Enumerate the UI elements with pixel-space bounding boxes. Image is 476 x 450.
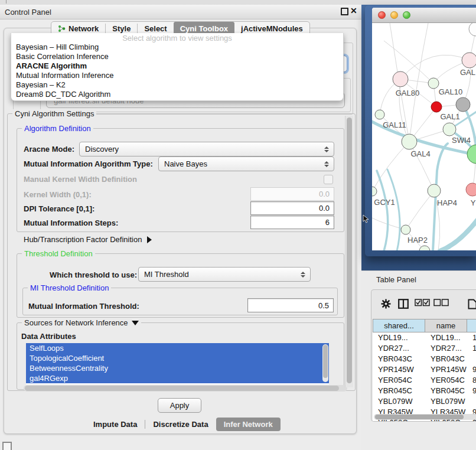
attribute-item-topologicalcoefficient[interactable]: TopologicalCoefficient [26,353,329,363]
settings-vscrollbar[interactable] [345,116,353,387]
close-traffic-light[interactable] [378,11,386,19]
close-icon[interactable]: ✕ [350,6,357,15]
table-panel-title: Table Panel [376,275,416,284]
network-node-gcy1[interactable] [372,187,377,196]
kernel-width-field[interactable]: 0.0 [250,187,334,201]
table-cell [467,396,476,407]
dpi-tolerance-field[interactable]: 0.0 [250,201,334,215]
mi-steps-field[interactable]: 6 [250,216,334,229]
unchecked-boxes-icon[interactable] [433,299,449,306]
table-cell: 13 [467,332,476,343]
aracne-mode-label: Aracne Mode: [24,145,74,154]
tab-label: Select [144,24,167,33]
list-scrollbar[interactable] [322,344,328,382]
table-header-shared[interactable]: shared... [373,319,425,332]
tab-remnant [6,0,6,4]
table-cell: YDL19... [373,332,425,343]
sources-legend-text: Sources for Network Inference [24,318,128,327]
table-cell: YBR043C [425,354,467,364]
sources-legend[interactable]: Sources for Network Inference [22,318,141,327]
which-threshold-combo[interactable]: MI Threshold [138,267,311,282]
stepper-icon [301,272,305,278]
data-attributes-list[interactable]: SelfLoopsTopologicalCoefficientBetweenne… [26,343,329,384]
popup-placeholder: Select algorithm to view settings [11,33,343,43]
network-edge [406,191,434,230]
manual-kernel-checkbox[interactable] [324,175,333,184]
mi-threshold-label: Mutual Information Threshold: [28,302,139,311]
table-cell: YBR045C [373,386,425,396]
mouse-cursor [363,214,369,224]
node-label-gal80: GAL80 [396,89,419,97]
attribute-item-betweennesscentrality[interactable]: BetweennessCentrality [26,363,329,373]
tab-label: Impute Data [93,420,137,429]
aracne-mode-value: Discovery [85,145,119,154]
tab-label: Discretize Data [153,420,208,429]
network-node-partial-top[interactable] [469,23,476,36]
settings-hscrollbar[interactable] [24,385,347,392]
network-node-gal80[interactable] [393,71,408,87]
network-node-gal11[interactable] [375,110,384,119]
aracne-mode-combo[interactable]: Discovery [79,142,334,156]
document-icon[interactable] [468,299,476,309]
network-window-titlebar[interactable] [372,8,476,23]
tab-infer-network[interactable]: Infer Network [216,418,281,431]
algorithm-option-bayesian-hill-climbing[interactable]: Bayesian – Hill Climbing [11,43,343,52]
network-node-red-node[interactable] [431,102,442,112]
mi-threshold-legend: MI Threshold Definition [28,283,111,292]
table-row[interactable]: YBL079WYBL079W [373,396,476,407]
stepper-icon [324,161,329,167]
table-header-a[interactable]: A... [467,319,476,332]
node-label-hap2: HAP2 [407,236,428,244]
tab-impute-data[interactable]: Impute Data [86,418,145,431]
table-cell: YBL079W [425,396,467,407]
attribute-item-selfloops[interactable]: SelfLoops [26,343,329,353]
algorithm-option-mutual-information-inference[interactable]: Mutual Information Inference [11,71,343,80]
table-hscrollbar[interactable] [374,414,476,420]
table-cell: 9. [467,386,476,396]
network-node-gal1[interactable] [443,123,456,136]
algorithm-option-dream8-dc-tdc-algorithm[interactable]: Dream8 DC_TDC Algorithm [11,90,343,99]
hub-definition-toggle[interactable]: Hub/Transcription Factor Definition [24,235,152,244]
algorithm-option-aracne-algorithm[interactable]: ARACNE Algorithm [11,61,343,71]
network-edge [384,41,433,83]
minimized-panel-icon[interactable] [2,442,12,450]
hub-definition-label: Hub/Transcription Factor Definition [24,235,142,244]
table-header-name[interactable]: name [425,319,467,332]
tab-discretize-data[interactable]: Discretize Data [145,418,216,431]
columns-icon[interactable] [398,299,409,309]
network-node-hap4[interactable] [428,184,441,197]
network-node-gal-partial[interactable] [462,53,476,68]
table-row[interactable]: YDR27...YDR27...12 [373,343,476,354]
table-row[interactable]: YBR043CYBR043C [373,354,476,364]
algorithm-option-bayesian-k2[interactable]: Bayesian – K2 [11,80,343,90]
algorithm-option-basic-correlation-inference[interactable]: Basic Correlation Inference [11,52,343,61]
tab-label: Style [112,24,131,33]
node-table[interactable]: shared...nameA... YDL19...YDL19...13YDR2… [373,319,476,421]
table-row[interactable]: YER054CYER054C8. [373,375,476,386]
minimize-traffic-light[interactable] [390,11,398,19]
network-node-top-green[interactable] [428,78,439,89]
table-row[interactable]: YPR145WYPR145W9. [373,364,476,375]
table-cell: YBR045C [425,386,467,396]
apply-button[interactable]: Apply [158,398,201,413]
table-cell: YER054C [373,375,425,386]
network-node-gal4[interactable] [402,134,417,149]
manual-kernel-label: Manual Kernel Width Definition [24,175,137,184]
table-row[interactable]: YDL19...YDL19...13 [373,332,476,343]
table-row[interactable]: YBR045CYBR045C9. [373,386,476,396]
network-node-gray-node[interactable] [456,97,470,112]
zoom-traffic-light[interactable] [403,11,410,19]
attribute-item-gal4rgexp[interactable]: gal4RGexp [26,373,329,383]
table-cell: YDL19... [425,332,467,343]
network-node-bright-green[interactable] [467,145,476,164]
gear-icon[interactable] [381,299,391,309]
mi-threshold-field[interactable]: 0.5 [247,298,334,312]
node-label-gal10: GAL10 [439,87,462,96]
mi-type-combo[interactable]: Naive Bayes [158,156,334,171]
network-node-salmon-node[interactable] [466,183,476,196]
checked-boxes-icon[interactable] [415,299,430,306]
table-cell [467,354,476,364]
float-panel-icon[interactable] [341,8,348,15]
network-canvas[interactable]: GALGAL80GAL10GAL11GAL1SWI4GAL4GCY1HAP4YH… [372,23,476,250]
network-node-hap2[interactable] [401,225,410,234]
